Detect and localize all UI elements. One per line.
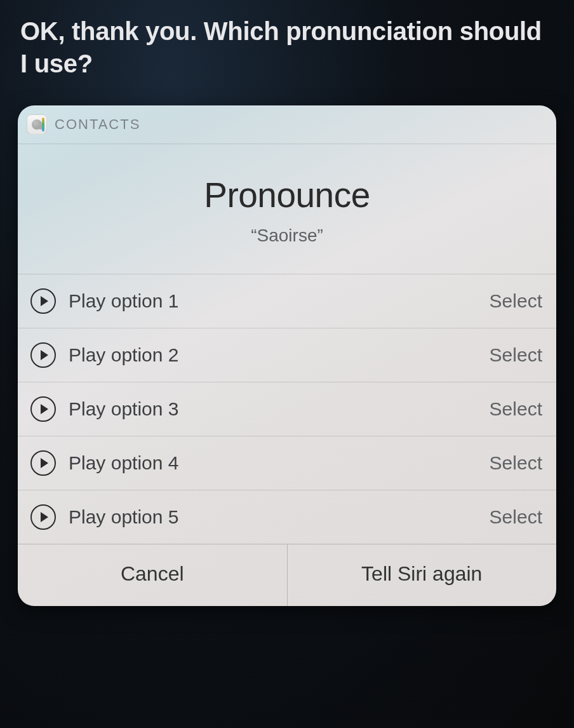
option-label: Play option 1 (69, 290, 477, 312)
option-label: Play option 3 (69, 398, 477, 420)
play-button[interactable] (30, 396, 56, 422)
card-subtitle: “Saoirse” (30, 226, 544, 246)
pronunciation-card: CONTACTS Pronounce “Saoirse” Play option… (18, 105, 556, 606)
option-label: Play option 5 (69, 506, 477, 528)
option-row: Play option 3 Select (18, 382, 556, 436)
option-label: Play option 2 (69, 344, 477, 366)
select-button[interactable]: Select (490, 290, 542, 312)
card-title: Pronounce (30, 175, 544, 215)
option-label: Play option 4 (69, 452, 477, 474)
select-button[interactable]: Select (490, 452, 542, 474)
contacts-app-icon (27, 114, 47, 135)
option-row: Play option 5 Select (18, 490, 556, 544)
select-button[interactable]: Select (490, 344, 542, 366)
play-icon (41, 350, 48, 360)
play-icon (41, 458, 48, 468)
play-button[interactable] (30, 342, 56, 368)
select-button[interactable]: Select (490, 398, 542, 420)
play-button[interactable] (30, 450, 56, 476)
tell-siri-again-button[interactable]: Tell Siri again (288, 544, 557, 606)
select-button[interactable]: Select (490, 506, 542, 528)
title-block: Pronounce “Saoirse” (18, 144, 556, 274)
card-footer: Cancel Tell Siri again (18, 544, 556, 606)
option-row: Play option 4 Select (18, 436, 556, 490)
card-header: CONTACTS (18, 105, 556, 144)
play-icon (41, 404, 48, 414)
card-app-label: CONTACTS (55, 116, 140, 133)
play-icon (41, 296, 48, 306)
pronunciation-options-list: Play option 1 Select Play option 2 Selec… (18, 274, 556, 544)
siri-response-text: OK, thank you. Which pronunciation shoul… (0, 0, 574, 105)
play-button[interactable] (30, 504, 56, 530)
play-icon (41, 512, 48, 522)
play-button[interactable] (30, 288, 56, 314)
cancel-button[interactable]: Cancel (18, 544, 288, 606)
option-row: Play option 1 Select (18, 274, 556, 328)
option-row: Play option 2 Select (18, 328, 556, 382)
